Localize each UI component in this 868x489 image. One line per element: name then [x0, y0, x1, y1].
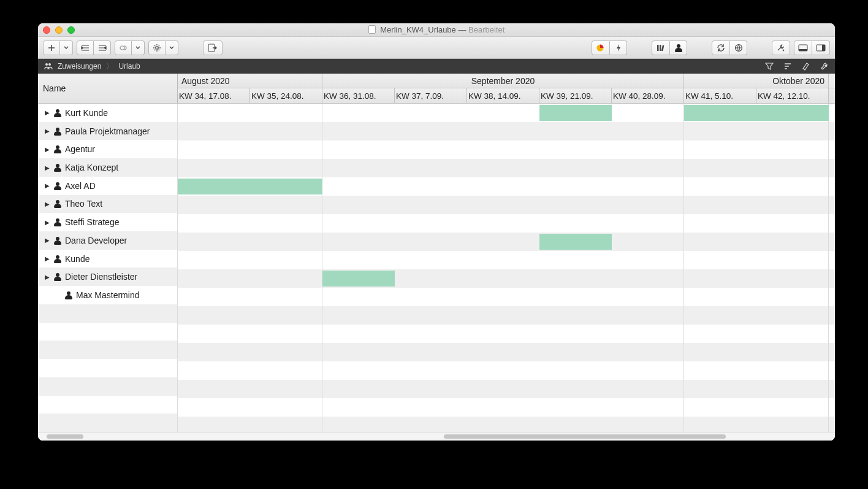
minimize-button[interactable] [55, 26, 63, 34]
week-header[interactable]: KW 38, 14.09. [467, 88, 539, 103]
resource-row[interactable] [38, 377, 177, 396]
tools-button[interactable] [772, 40, 790, 55]
disclosure-triangle-icon[interactable]: ▶ [44, 109, 50, 116]
disclosure-triangle-icon[interactable]: ▶ [44, 201, 50, 207]
scrollbar-area [38, 432, 835, 441]
resource-row[interactable]: ▶Axel AD [38, 177, 177, 195]
link-button[interactable] [115, 40, 132, 55]
resources-button[interactable] [670, 40, 687, 55]
disclosure-triangle-icon[interactable]: ▶ [44, 274, 50, 280]
add-dropdown[interactable] [60, 40, 73, 55]
month-header[interactable]: August 2020 [178, 74, 322, 88]
resource-row[interactable]: ▶Dana Developer [38, 231, 177, 250]
week-header[interactable]: KW 36, 31.08. [322, 88, 395, 103]
indent-button[interactable] [77, 40, 94, 55]
person-icon [54, 218, 61, 226]
resource-row[interactable] [38, 304, 177, 323]
breadcrumb-assignments[interactable]: Zuweisungen [58, 62, 101, 71]
month-header[interactable]: Oktober 2020 [684, 74, 829, 88]
wrench-icon[interactable] [820, 62, 829, 71]
gantt-area[interactable] [178, 104, 835, 432]
document-status: Bearbeitet [468, 25, 504, 34]
titlebar[interactable]: Merlin_KW4_Urlaube — Bearbeitet [38, 23, 835, 37]
library-icon [656, 44, 666, 52]
toolbar [38, 37, 835, 59]
resource-name: Dieter Dienstleister [65, 272, 137, 282]
week-header[interactable]: KW 35, 24.08. [250, 88, 322, 103]
vacation-bar[interactable] [539, 234, 612, 250]
resource-row[interactable] [38, 414, 177, 432]
disclosure-triangle-icon[interactable]: ▶ [44, 128, 50, 134]
app-window: Merlin_KW4_Urlaube — Bearbeitet [38, 23, 835, 441]
resource-row[interactable] [38, 341, 177, 359]
critical-path-button[interactable] [610, 40, 627, 55]
resource-row[interactable]: ▶Max Mastermind [38, 286, 177, 304]
panel-right-button[interactable] [812, 40, 830, 55]
gantt-row [178, 177, 835, 196]
vacation-bar[interactable] [539, 105, 612, 121]
disclosure-triangle-icon[interactable]: ▶ [44, 146, 50, 153]
settings-button[interactable] [148, 40, 166, 55]
close-button[interactable] [43, 26, 50, 34]
vacation-bar[interactable] [322, 271, 395, 287]
document-name: Merlin_KW4_Urlaube [380, 25, 456, 34]
disclosure-triangle-icon[interactable]: ▶ [44, 182, 50, 189]
column-header-name[interactable]: Name [38, 74, 177, 103]
person-icon [54, 128, 61, 135]
warnings-button[interactable] [592, 40, 610, 55]
resource-row[interactable] [38, 323, 177, 341]
publish-button[interactable] [730, 40, 747, 55]
goto-button[interactable] [203, 40, 223, 55]
disclosure-triangle-icon[interactable]: ▶ [44, 255, 50, 262]
library-button[interactable] [652, 40, 670, 55]
week-header[interactable]: KW 42, 12.10. [756, 88, 829, 103]
sort-icon[interactable] [783, 62, 792, 71]
chevron-down-icon [135, 46, 140, 50]
resource-row[interactable]: ▶Steffi Stratege [38, 213, 177, 231]
resource-name: Theo Text [65, 199, 102, 209]
resource-row[interactable]: ▶Kurt Kunde [38, 104, 177, 122]
disclosure-triangle-icon[interactable]: ▶ [44, 219, 50, 226]
chevron-down-icon [169, 46, 174, 50]
month-header[interactable]: September 2020 [322, 74, 684, 88]
panel-left-button[interactable] [794, 40, 812, 55]
resource-list: ▶Kurt Kunde▶Paula Projektmanager▶Agentur… [38, 104, 178, 432]
resource-row[interactable] [38, 359, 177, 377]
resource-row[interactable]: ▶Paula Projektmanager [38, 122, 177, 141]
highlight-icon[interactable] [802, 62, 810, 71]
week-header[interactable]: KW 41, 5.10. [684, 88, 756, 103]
sync-button[interactable] [712, 40, 730, 55]
disclosure-triangle-icon[interactable]: ▶ [44, 164, 50, 171]
hscroll-left-thumb[interactable] [47, 434, 83, 439]
zoom-button[interactable] [67, 26, 75, 34]
settings-dropdown[interactable] [166, 40, 178, 55]
resource-row[interactable]: ▶Dieter Dienstleister [38, 268, 177, 286]
breadcrumb-urlaub[interactable]: Urlaub [118, 62, 140, 71]
resource-row[interactable]: ▶Katja Konzept [38, 158, 177, 177]
hscroll-right-thumb[interactable] [444, 434, 726, 439]
gantt-row [178, 343, 835, 361]
bolt-icon [615, 44, 622, 52]
disclosure-triangle-icon[interactable]: ▶ [44, 237, 50, 244]
vacation-bar[interactable] [684, 105, 829, 121]
week-header[interactable]: KW 34, 17.08. [178, 88, 250, 103]
vacation-bar[interactable] [178, 179, 322, 194]
resource-row[interactable]: ▶Kunde [38, 250, 177, 268]
person-icon [54, 109, 61, 117]
resource-row[interactable]: ▶Agentur [38, 140, 177, 158]
filter-icon[interactable] [765, 62, 774, 71]
gantt-row [178, 325, 835, 343]
week-header[interactable]: KW 37, 7.09. [395, 88, 467, 103]
gantt-row [178, 251, 835, 269]
resource-row[interactable] [38, 396, 177, 414]
svg-point-0 [156, 46, 158, 48]
week-header[interactable]: KW 40, 28.09. [612, 88, 684, 103]
person-icon [54, 164, 61, 171]
outdent-button[interactable] [94, 40, 111, 55]
svg-point-12 [48, 63, 51, 66]
link-dropdown[interactable] [132, 40, 145, 55]
window-controls [43, 26, 75, 34]
add-button[interactable] [43, 40, 60, 55]
resource-row[interactable]: ▶Theo Text [38, 195, 177, 214]
week-header[interactable]: KW 39, 21.09. [539, 88, 612, 103]
